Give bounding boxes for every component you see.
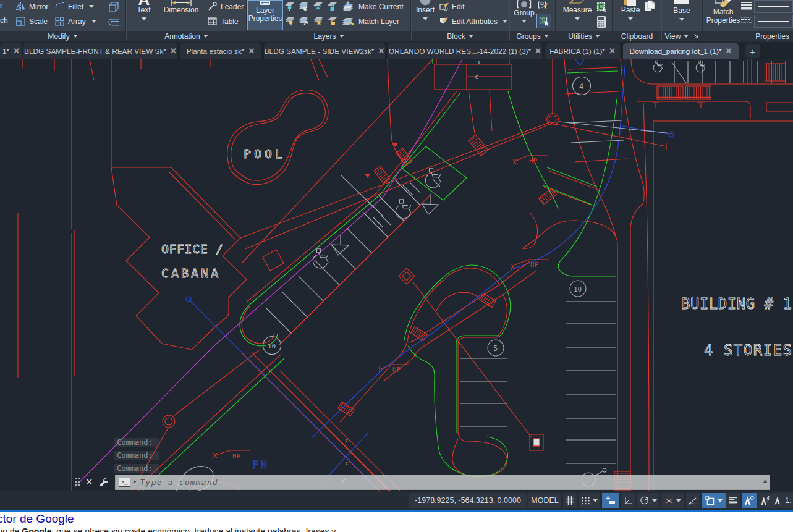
dimension-button[interactable]: Dimension	[156, 0, 206, 14]
cad-text-label: POOL	[244, 146, 286, 161]
file-tab-close-icon[interactable]: ✕	[535, 48, 541, 54]
web-link[interactable]: ctor de Google	[0, 512, 74, 526]
snap-dropdown-caret[interactable]	[593, 499, 598, 502]
drawing-canvas[interactable]: POOLOFFICE /CABANABUILDING # 14 STORIESF…	[0, 59, 793, 491]
annotation-panel-title[interactable]: Annotation	[127, 31, 246, 41]
make-current-label[interactable]: Make Current	[358, 2, 404, 11]
ortho-toggle[interactable]	[621, 493, 635, 508]
properties-panel-title[interactable]: Properties	[703, 31, 793, 41]
group-selection-toggle[interactable]	[536, 14, 551, 28]
fillet-dropdown-caret[interactable]	[89, 5, 94, 8]
quick-select-button[interactable]	[595, 0, 608, 14]
scale-button[interactable]: Scale	[15, 16, 48, 27]
leader-icon	[207, 1, 218, 12]
cad-line-red	[621, 59, 644, 491]
text-button[interactable]: A Text	[130, 0, 158, 20]
edit-attributes-button[interactable]: Edit Attributes	[439, 16, 507, 27]
utilities-panel-title[interactable]: Utilities	[556, 31, 612, 41]
paste-button[interactable]: Paste	[618, 0, 643, 20]
file-tab-close-icon[interactable]: ✕	[170, 48, 177, 54]
linetype-dropdown[interactable]	[754, 15, 793, 28]
file-tab-close-icon[interactable]: ✕	[13, 48, 20, 54]
command-scroll-up-icon[interactable]	[763, 479, 768, 483]
polar-tracking-toggle[interactable]	[637, 493, 659, 508]
mirror-button[interactable]: Mirror	[15, 1, 48, 12]
layer-unisolate-icon[interactable]	[299, 16, 309, 27]
snap-toggle[interactable]	[579, 493, 600, 508]
command-history-line: Command:	[114, 464, 159, 473]
new-tab-button[interactable]: +	[745, 44, 760, 58]
command-input[interactable]: >_ Type a command	[115, 475, 770, 490]
block-edit-button[interactable]: Edit	[439, 1, 465, 12]
linetype-ribbon-icon[interactable]	[740, 16, 752, 25]
view-panel-title[interactable]: View	[662, 31, 702, 41]
quick-calculator-button[interactable]	[596, 15, 607, 28]
measure-button[interactable]: Measure	[561, 0, 593, 20]
color-dropdown[interactable]	[754, 0, 793, 13]
file-tab[interactable]: BLDG SAMPLE - SIDE VIEW2sk*✕	[264, 43, 385, 59]
table-button[interactable]: Table	[207, 16, 239, 27]
command-customize-wrench-icon[interactable]	[99, 477, 109, 488]
layer-thaw-icon[interactable]	[313, 16, 323, 27]
file-tab-close-icon[interactable]: ✕	[609, 48, 616, 54]
command-prompt-caret[interactable]	[133, 481, 137, 483]
layer-off-icon[interactable]	[284, 1, 295, 12]
annotation-visibility-toggle[interactable]	[742, 493, 757, 508]
groups-panel-title[interactable]: Groups	[510, 31, 555, 41]
make-current-icon[interactable]	[341, 1, 355, 12]
file-tab[interactable]: Download_parking lot_1 (1)*✕	[623, 43, 739, 59]
command-prompt-icon[interactable]: >_	[119, 478, 130, 487]
object-snap-tracking-toggle[interactable]	[686, 493, 700, 508]
file-tab[interactable]: FABRICA (1) (1)*✕	[545, 43, 620, 59]
model-space-button[interactable]: MODEL	[528, 493, 561, 508]
array-dropdown-caret[interactable]	[91, 20, 96, 23]
grid-toggle[interactable]	[563, 493, 577, 508]
cad-line-red	[227, 90, 328, 185]
isodraft-dropdown-caret[interactable]	[676, 499, 681, 502]
dynamic-input-toggle[interactable]	[602, 493, 619, 508]
file-tab[interactable]: Planta estacio sk*✕	[180, 43, 261, 59]
file-tab-label: FABRICA (1) (1)*	[549, 47, 605, 56]
osnap-dropdown-caret[interactable]	[718, 499, 723, 502]
insert-button[interactable]: Insert	[412, 0, 439, 20]
match-layer-icon[interactable]	[341, 16, 355, 27]
match-layer-label[interactable]: Match Layer	[358, 17, 399, 26]
layer-properties-button[interactable]: Layer Properties	[247, 0, 283, 30]
copy-clip-button[interactable]	[644, 0, 656, 12]
array-button[interactable]: Array	[54, 16, 96, 27]
file-tab-close-icon[interactable]: ✕	[725, 48, 732, 54]
clipboard-panel-title[interactable]: Clipboard	[613, 31, 661, 41]
layer-unlock-icon[interactable]	[327, 16, 337, 27]
layers-panel-title[interactable]: Layers	[247, 31, 410, 41]
cad-circle-red	[549, 116, 556, 123]
file-tab-close-icon[interactable]: ✕	[248, 48, 255, 54]
layer-isolate-icon[interactable]	[299, 1, 309, 12]
polar-dropdown-caret[interactable]	[652, 499, 657, 502]
file-tab[interactable]: ORLANDO WORLD RES...-14-2022 (1) (3)*✕	[388, 43, 542, 59]
annotation-scale-button[interactable]: 1:	[771, 493, 793, 508]
file-tab-close-icon[interactable]: ✕	[378, 48, 384, 54]
base-button[interactable]: Base	[669, 0, 694, 21]
command-close-icon[interactable]: ✕	[85, 476, 93, 488]
cad-circle-gray	[603, 468, 606, 472]
layer-freeze-icon[interactable]	[313, 1, 323, 12]
group-button[interactable]: Group	[511, 0, 537, 23]
modify-panel-title[interactable]: Modify	[0, 31, 125, 41]
group-edit-button[interactable]	[538, 1, 548, 11]
file-tab[interactable]: 1*✕	[0, 43, 22, 59]
layer-on-icon[interactable]	[284, 16, 295, 27]
command-bar-grip[interactable]	[75, 478, 80, 486]
offset-button[interactable]	[108, 17, 120, 28]
lineweight-toggle[interactable]	[726, 493, 740, 508]
file-tab[interactable]: BLDG SAMPLE-FRONT & REAR VIEW Sk*✕	[23, 43, 177, 59]
view-panel-launcher-icon[interactable]	[693, 33, 699, 39]
isometric-drafting-toggle[interactable]	[661, 493, 684, 508]
object-snap-toggle[interactable]	[702, 493, 726, 508]
lineweight-ribbon-icon[interactable]	[740, 1, 752, 11]
fillet-button[interactable]: Fillet	[54, 1, 94, 12]
match-properties-button[interactable]: Match Properties	[705, 0, 742, 25]
explode-button[interactable]	[108, 1, 120, 14]
layer-lock-icon[interactable]	[327, 1, 337, 12]
block-panel-title[interactable]: Block	[412, 31, 509, 41]
edit-attributes-dropdown-caret[interactable]	[503, 20, 507, 23]
